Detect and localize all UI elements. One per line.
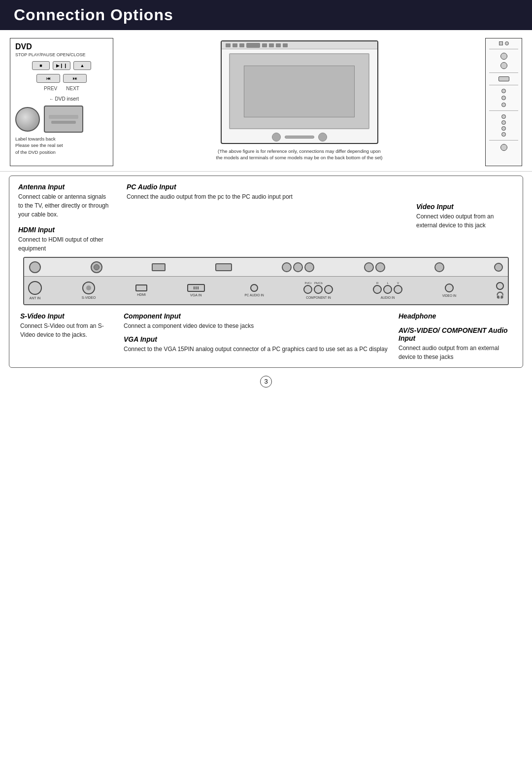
vga-top xyxy=(215,263,232,271)
tv-diagram xyxy=(221,40,378,144)
video-in-label: VIDEO IN xyxy=(442,294,457,297)
hp-label: 🎧 xyxy=(496,291,504,299)
page-number: 3 xyxy=(0,376,532,388)
side-port-4 xyxy=(501,96,506,100)
av-component-ann-block: AV/S-VIDEO/ COMPONENT Audio Input Connec… xyxy=(399,326,512,361)
prev-label: PREV xyxy=(44,86,57,91)
video-port-top xyxy=(434,262,444,272)
svideo-bottom: S-VIDEO xyxy=(82,282,96,299)
svideo-port xyxy=(82,282,95,294)
tv-screen xyxy=(229,53,369,129)
side-port-1 xyxy=(500,53,507,60)
audio-in-bottom: R L V AUDIO IN xyxy=(373,282,402,299)
tv-caption: (The above figure is for reference only,… xyxy=(216,148,383,161)
svideo-text: Connect S-Video out from an S-Video devi… xyxy=(20,321,119,339)
antenna-hdmi-col: Antenna Input Connect cable or antenna s… xyxy=(15,183,114,253)
ant-in-port-top xyxy=(29,261,41,273)
svideo-port-top xyxy=(91,261,102,273)
pc-audio-label: PC AUDIO IN xyxy=(244,293,264,297)
dvd-disc-area xyxy=(15,106,108,133)
ant-in-bottom: ANT IN xyxy=(28,281,42,300)
side-port-c-1 xyxy=(505,41,509,45)
side-port-9 xyxy=(501,132,506,137)
headphone-title: Headphone xyxy=(399,312,436,320)
port-row-top xyxy=(24,258,508,277)
antenna-input-text: Connect cable or antenna signals to the … xyxy=(18,192,111,219)
component-ann-block: Component Input Connect a component vide… xyxy=(124,312,394,330)
port-6 xyxy=(269,43,274,47)
comp-pb-port xyxy=(314,285,323,294)
open-close-btn: ▲ xyxy=(73,61,91,70)
side-port-8 xyxy=(501,126,506,131)
page-title: Connection Options xyxy=(0,0,532,30)
remote-buttons: ■ ▶❙❙ ▲ ⏮ ⏭ PREV NEXT ← DVD insert xyxy=(15,61,108,102)
hdmi-top xyxy=(152,263,166,271)
pr-cr-label: Pr/Cr xyxy=(304,282,311,284)
pc-audio-text: Connect the audio output from the pc to … xyxy=(127,192,400,201)
hdmi-input-title: HDMI Input xyxy=(18,226,111,234)
ant-in-label: ANT IN xyxy=(30,296,41,300)
pc-audio-bottom: PC AUDIO IN xyxy=(244,284,264,297)
vga-ann-block: VGA Input Connect to the VGA 15PIN analo… xyxy=(124,335,394,354)
next-btn: ⏭ xyxy=(63,74,87,83)
side-port-rect-1 xyxy=(499,41,503,45)
audio-v-label: V xyxy=(397,282,399,284)
tv-top-ports xyxy=(222,41,377,49)
audio-l-port xyxy=(383,285,392,294)
ant-in-port xyxy=(28,281,42,295)
port-8 xyxy=(283,43,288,47)
disc-icon xyxy=(15,107,40,132)
stop-btn: ■ xyxy=(32,61,50,70)
ant-in-top xyxy=(29,261,41,273)
antenna-input-title: Antenna Input xyxy=(18,183,111,191)
vga-port-top xyxy=(215,263,232,271)
video-input-block: Video Input Connect video output from an… xyxy=(413,203,517,230)
video-in-bottom: VIDEO IN xyxy=(442,284,457,297)
video-input-text: Connect video output from an external de… xyxy=(416,212,514,230)
side-hdmi-port xyxy=(499,76,509,81)
port-4 xyxy=(246,43,260,48)
port-1 xyxy=(226,43,231,47)
port-2 xyxy=(233,43,237,47)
vga-bottom: VGA IN xyxy=(187,284,205,297)
vga-port xyxy=(187,284,205,292)
comp-port-1-top xyxy=(282,262,292,272)
side-port-group-1 xyxy=(499,41,509,45)
hdmi-bottom: HDMI xyxy=(135,284,147,296)
hp-bottom: 🎧 xyxy=(496,282,504,299)
headphone-ann-block: Headphone xyxy=(399,312,436,321)
tv-center: (The above figure is for reference only,… xyxy=(118,38,480,166)
side-port-5 xyxy=(501,103,506,107)
hdmi-port-top xyxy=(152,263,166,271)
av-component-title: AV/S-VIDEO/ COMPONENT Audio Input xyxy=(399,326,512,342)
side-divider-3 xyxy=(489,85,518,85)
side-divider-5 xyxy=(489,140,518,141)
comp-y-port xyxy=(324,285,333,294)
tv-bottom xyxy=(272,133,327,143)
side-port-6 xyxy=(501,114,506,119)
tv-stand-left xyxy=(272,133,281,142)
side-panel xyxy=(485,38,522,166)
svideo-label: S-VIDEO xyxy=(82,296,96,299)
side-port-7 xyxy=(501,120,506,125)
dvd-player-icon xyxy=(44,106,83,133)
component-label: COMPONENT IN xyxy=(306,296,331,299)
audio-r-port xyxy=(373,285,382,294)
audio-r-top xyxy=(364,262,374,272)
side-divider-1 xyxy=(489,49,518,49)
headphone-port-top xyxy=(494,263,503,272)
vga-label: VGA IN xyxy=(190,293,201,297)
vga-title: VGA Input xyxy=(124,335,394,343)
hdmi-label: HDMI xyxy=(137,293,146,296)
pc-audio-col: PC Audio Input Connect the audio output … xyxy=(124,183,403,253)
comp-port-3-top xyxy=(304,262,314,272)
hp-av-col: Headphone AV/S-VIDEO/ COMPONENT Audio In… xyxy=(399,312,512,361)
svideo-title: S-Video Input xyxy=(20,312,119,320)
dvd-subtitle: STOP PLAY/PAUSE OPEN/CLOSE xyxy=(15,52,108,57)
component-vga-col: Component Input Connect a component vide… xyxy=(124,312,394,361)
component-bottom: Pr/Cr Pb/Cb -- COMPONENT IN xyxy=(303,282,333,299)
pb-cb-label: Pb/Cb xyxy=(314,282,323,284)
dvd-title: DVD xyxy=(15,42,108,51)
side-divider-2 xyxy=(489,72,518,73)
svideo-ann-block: S-Video Input Connect S-Video out from a… xyxy=(20,312,119,361)
